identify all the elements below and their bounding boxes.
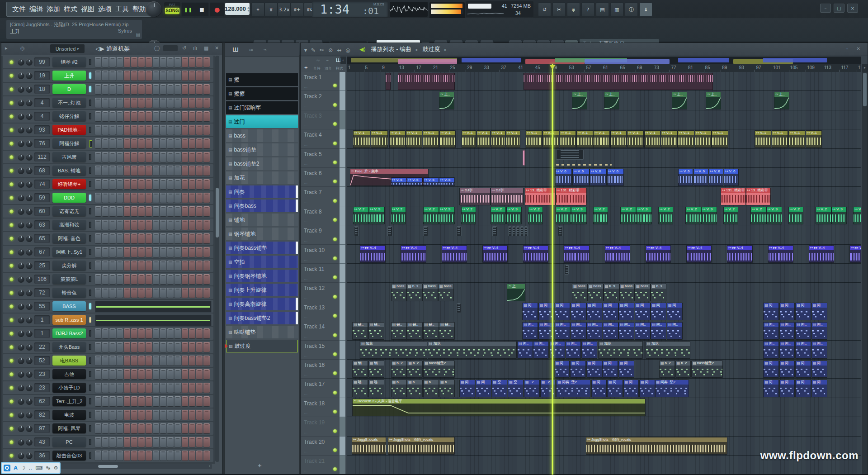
step-cell[interactable] bbox=[175, 206, 181, 216]
playlist-clip[interactable] bbox=[520, 226, 524, 236]
step-cell[interactable] bbox=[109, 220, 116, 230]
step-cell[interactable] bbox=[189, 84, 195, 94]
step-cell[interactable] bbox=[189, 451, 195, 461]
step-cell[interactable] bbox=[146, 57, 152, 67]
playlist-clip[interactable]: ↦V..2 bbox=[461, 207, 476, 224]
pattern-item[interactable]: ▤过门混响军 bbox=[226, 101, 298, 114]
step-cell[interactable] bbox=[175, 138, 181, 148]
playlist-clip[interactable]: ↦V..2 bbox=[593, 207, 608, 224]
step-cell[interactable] bbox=[153, 437, 159, 447]
playlist-clip[interactable]: ↦V..9 bbox=[439, 207, 455, 224]
step-cell[interactable] bbox=[102, 233, 108, 243]
step-cell[interactable] bbox=[175, 193, 181, 203]
playlist-clip[interactable]: ↦DJ宇 bbox=[459, 188, 491, 205]
step-cell[interactable] bbox=[160, 328, 166, 338]
channel-volume-knob[interactable] bbox=[26, 86, 33, 93]
step-cell[interactable] bbox=[189, 152, 195, 162]
channel-volume-knob[interactable] bbox=[26, 154, 33, 161]
track-header[interactable]: Track 5... bbox=[301, 149, 339, 168]
step-cell[interactable] bbox=[189, 369, 195, 379]
channel-mute-indicator[interactable] bbox=[89, 181, 91, 187]
playlist-clip[interactable]: ▤间.. bbox=[763, 361, 779, 378]
playlist-clip[interactable]: ↦V..6 bbox=[407, 177, 423, 186]
step-cell[interactable] bbox=[153, 84, 159, 94]
channel-audio-preview[interactable] bbox=[95, 301, 212, 313]
channel-button[interactable]: 好听钢琴+ bbox=[52, 179, 86, 189]
step-cell[interactable] bbox=[109, 288, 116, 298]
step-cell[interactable] bbox=[117, 328, 123, 338]
step-cell[interactable] bbox=[138, 396, 145, 406]
channel-volume-knob[interactable] bbox=[26, 140, 33, 147]
channel-mute-indicator[interactable] bbox=[89, 398, 91, 404]
playlist-clip[interactable]: ↦▸▸ V..4 bbox=[727, 245, 752, 263]
channel-volume-knob[interactable] bbox=[26, 167, 33, 174]
playlist-clip[interactable]: ↦V..1 bbox=[627, 130, 644, 148]
channel-volume-knob[interactable] bbox=[26, 303, 33, 310]
playlist-clip[interactable]: ↦V..1 bbox=[423, 130, 439, 148]
playlist-clip[interactable]: ▤间.. bbox=[618, 322, 634, 340]
rack-knob-icon[interactable]: ◯ bbox=[154, 45, 160, 51]
step-cell[interactable] bbox=[153, 261, 159, 271]
step-cell[interactable] bbox=[138, 437, 145, 447]
playlist-clip[interactable]: ↦V..2 bbox=[788, 207, 803, 224]
step-cell[interactable] bbox=[189, 206, 195, 216]
pattern-item[interactable]: ▤间奏上升旋律 bbox=[226, 284, 298, 296]
playlist-clip[interactable]: ↦DJ宇 bbox=[491, 188, 524, 205]
step-cell[interactable] bbox=[117, 342, 123, 352]
step-cell[interactable] bbox=[102, 84, 108, 94]
playlist-clip[interactable] bbox=[523, 150, 525, 166]
scroll-left-button[interactable]: ‹ bbox=[340, 57, 346, 64]
step-cell[interactable] bbox=[146, 328, 152, 338]
step-cell[interactable] bbox=[160, 111, 166, 121]
channel-pan-knob[interactable] bbox=[18, 127, 24, 133]
gutter-tab-2[interactable]: 样式 bbox=[336, 66, 343, 71]
playlist-clip[interactable]: ↦▸▸ V..4 bbox=[523, 245, 548, 263]
step-cell[interactable] bbox=[131, 274, 137, 284]
step-cell[interactable] bbox=[182, 383, 188, 393]
track-header[interactable]: Track 1... bbox=[301, 72, 339, 91]
playlist-clip[interactable]: ▤间.. bbox=[618, 361, 634, 378]
step-cell[interactable] bbox=[138, 423, 145, 433]
step-cell[interactable] bbox=[117, 383, 123, 393]
step-cell[interactable] bbox=[124, 166, 130, 176]
pattern-item[interactable]: ▤过门 bbox=[226, 115, 298, 128]
track-trigger-strip[interactable] bbox=[340, 245, 345, 264]
channel-volume-knob[interactable] bbox=[26, 262, 33, 269]
step-cell[interactable] bbox=[196, 274, 203, 284]
track-options[interactable]: ... bbox=[304, 467, 307, 472]
step-cell[interactable] bbox=[196, 423, 203, 433]
playlist-clip[interactable]: ▤空.. bbox=[508, 380, 524, 397]
step-cell[interactable] bbox=[95, 125, 101, 135]
step-cell[interactable] bbox=[146, 288, 152, 298]
step-cell[interactable] bbox=[102, 369, 108, 379]
playlist-clip[interactable]: ▤b.. bbox=[439, 380, 455, 397]
track-trigger-strip[interactable] bbox=[340, 321, 345, 340]
playlist-clip[interactable]: ▤间奏..垫2 bbox=[556, 380, 590, 397]
step-cell[interactable] bbox=[189, 288, 195, 298]
step-cell[interactable] bbox=[182, 138, 188, 148]
step-cell[interactable] bbox=[146, 451, 152, 461]
step-cell[interactable] bbox=[203, 233, 210, 243]
channel-filter-selector[interactable]: Unsorted▸ bbox=[50, 44, 85, 53]
channel-mute-indicator[interactable] bbox=[89, 140, 92, 147]
playlist-ruler[interactable]: 1591317212529333741454953576165697377818… bbox=[347, 64, 861, 72]
playlist-clip[interactable]: ↦V..2 bbox=[723, 207, 738, 224]
track-led[interactable] bbox=[333, 238, 337, 241]
step-cell[interactable] bbox=[196, 71, 203, 81]
step-cell[interactable] bbox=[131, 166, 137, 176]
step-cell[interactable] bbox=[146, 98, 152, 108]
step-cell[interactable] bbox=[189, 179, 195, 189]
playlist-clip[interactable]: ▤间.. bbox=[811, 380, 827, 397]
step-cell[interactable] bbox=[124, 193, 130, 203]
step-cell[interactable] bbox=[109, 451, 116, 461]
playlist-clip[interactable]: ▤间.. bbox=[763, 322, 779, 340]
step-cell[interactable] bbox=[138, 138, 145, 148]
playlist-clip[interactable]: ↦▸▸ V..4 bbox=[482, 245, 508, 263]
step-cell[interactable] bbox=[138, 274, 145, 284]
channel-volume-knob[interactable] bbox=[26, 385, 33, 391]
channel-mute-indicator[interactable] bbox=[89, 195, 91, 201]
playlist-clip[interactable]: ▤加花 bbox=[360, 341, 427, 359]
step-cell[interactable] bbox=[146, 193, 152, 203]
step-cell[interactable] bbox=[153, 410, 159, 420]
track-options[interactable]: ... bbox=[304, 429, 307, 434]
